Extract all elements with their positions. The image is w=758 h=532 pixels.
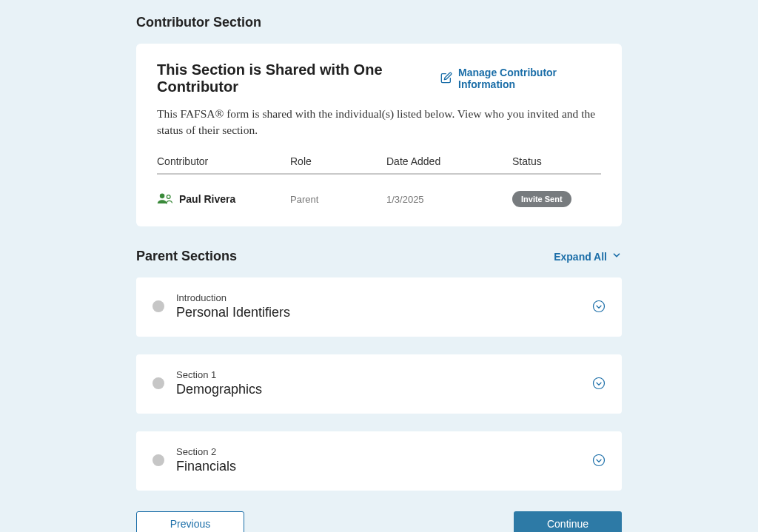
svg-point-4 [594, 455, 605, 466]
col-contributor: Contributor [157, 155, 290, 167]
accordion-text: Section 2 Financials [176, 446, 580, 474]
accordion-text: Section 1 Demographics [176, 369, 580, 397]
col-status: Status [512, 155, 601, 167]
contributor-role: Parent [290, 194, 386, 205]
continue-button[interactable]: Continue [514, 511, 622, 532]
manage-contributor-link[interactable]: Manage Contributor Information [440, 67, 601, 90]
contributor-card-title: This Section is Shared with One Contribu… [157, 61, 440, 95]
accordion-overline: Section 1 [176, 369, 580, 380]
people-icon [157, 192, 173, 207]
svg-point-0 [160, 193, 165, 198]
parent-sections-heading: Parent Sections [136, 249, 237, 264]
contributor-card-header: This Section is Shared with One Contribu… [157, 61, 601, 95]
status-dot-icon [152, 300, 164, 312]
contributor-card-description: This FAFSA® form is shared with the indi… [157, 106, 601, 138]
col-role: Role [290, 155, 386, 167]
status-dot-icon [152, 454, 164, 466]
chevron-down-icon [611, 250, 622, 263]
parent-sections-header: Parent Sections Expand All [136, 249, 622, 264]
svg-point-3 [594, 378, 605, 389]
chevron-down-circle-icon [592, 300, 606, 313]
contributor-status-cell: Invite Sent [512, 191, 601, 207]
status-dot-icon [152, 377, 164, 389]
svg-point-1 [167, 195, 170, 199]
accordion-title: Personal Identifiers [176, 305, 580, 320]
contributor-table-header: Contributor Role Date Added Status [157, 155, 601, 175]
accordion-title: Demographics [176, 382, 580, 397]
contributor-card: This Section is Shared with One Contribu… [136, 44, 622, 226]
contributor-name: Paul Rivera [179, 193, 235, 205]
contributor-row: Paul Rivera Parent 1/3/2025 Invite Sent [157, 175, 601, 212]
expand-all-label: Expand All [554, 251, 607, 263]
accordion-text: Introduction Personal Identifiers [176, 292, 580, 320]
accordion-personal-identifiers[interactable]: Introduction Personal Identifiers [136, 277, 622, 337]
expand-all-button[interactable]: Expand All [554, 250, 622, 263]
contributor-table: Contributor Role Date Added Status Paul … [157, 155, 601, 212]
chevron-down-circle-icon [592, 377, 606, 390]
nav-button-row: Previous Continue [136, 511, 622, 532]
accordion-title: Financials [176, 459, 580, 474]
col-date-added: Date Added [386, 155, 512, 167]
chevron-down-circle-icon [592, 454, 606, 467]
svg-point-2 [594, 301, 605, 312]
contributor-date-added: 1/3/2025 [386, 194, 512, 205]
contributor-name-cell: Paul Rivera [157, 192, 290, 207]
accordion-overline: Section 2 [176, 446, 580, 457]
status-badge: Invite Sent [512, 191, 571, 207]
accordion-demographics[interactable]: Section 1 Demographics [136, 354, 622, 414]
edit-icon [440, 72, 452, 86]
accordion-financials[interactable]: Section 2 Financials [136, 431, 622, 491]
contributor-section-heading: Contributor Section [136, 15, 622, 30]
manage-contributor-link-label: Manage Contributor Information [458, 67, 601, 90]
accordion-overline: Introduction [176, 292, 580, 303]
previous-button[interactable]: Previous [136, 511, 244, 532]
